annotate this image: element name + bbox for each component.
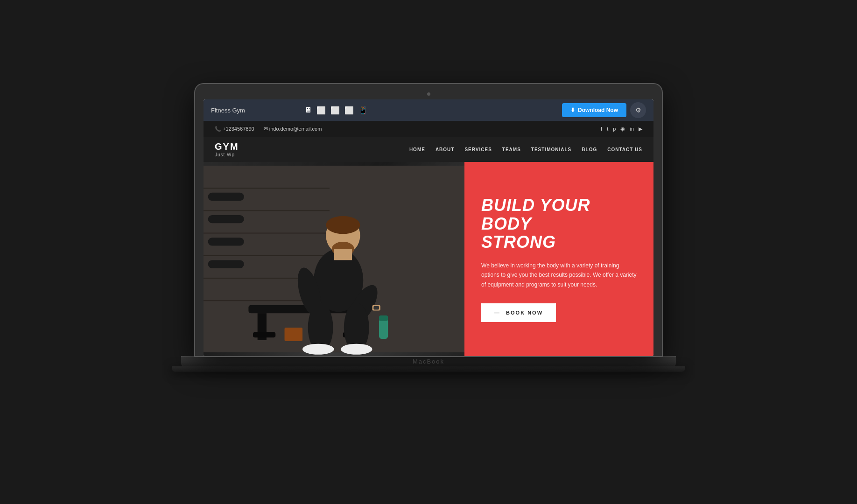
svg-rect-30 <box>379 315 388 321</box>
hero-description: We believe in working the body with a va… <box>481 261 637 289</box>
navbar: GYM Just Wp HOME ABOUT SERVICES TEAMS TE… <box>204 137 653 162</box>
scene: Fitness Gym 🖥 ⬜ ⬜ ⬜ 📱 ⬇ Download Now <box>172 84 685 420</box>
linkedin-icon[interactable]: in <box>630 126 634 132</box>
nav-home[interactable]: HOME <box>409 147 425 152</box>
nav-blog[interactable]: BLOG <box>582 147 597 152</box>
svg-rect-29 <box>379 319 388 339</box>
svg-point-20 <box>326 216 360 234</box>
email-icon: ✉ <box>264 126 269 132</box>
phone-contact: 📞 +1234567890 <box>215 126 254 132</box>
svg-rect-15 <box>253 332 275 338</box>
settings-icon[interactable]: ⚙ <box>630 102 646 118</box>
macbook-frame: Fitness Gym 🖥 ⬜ ⬜ ⬜ 📱 ⬇ Download Now <box>181 84 676 372</box>
hero-photo-bg <box>204 162 464 356</box>
svg-rect-32 <box>373 306 379 310</box>
nav-services[interactable]: SERVICES <box>464 147 492 152</box>
book-now-button[interactable]: BOOK NOW <box>481 303 556 322</box>
svg-point-28 <box>341 344 372 355</box>
nav-teams[interactable]: TEAMS <box>502 147 521 152</box>
facebook-icon[interactable]: f <box>601 126 603 132</box>
gym-illustration <box>204 162 464 356</box>
contact-info: 📞 +1234567890 ✉ indo.demo@email.com <box>215 126 322 132</box>
desktop-icon[interactable]: 🖥 <box>304 106 312 114</box>
social-icons: f t p ◉ in ▶ <box>601 126 642 132</box>
phone-icon: 📞 <box>215 126 223 132</box>
hero-content: BUILD YOUR BODY STRONG We believe in wor… <box>464 162 653 356</box>
logo-area: GYM Just Wp <box>215 141 308 157</box>
svg-rect-8 <box>208 193 244 201</box>
youtube-icon[interactable]: ▶ <box>639 126 642 132</box>
small-tablet-icon[interactable]: ⬜ <box>344 106 354 115</box>
tablet-landscape-icon[interactable]: ⬜ <box>316 106 326 115</box>
nav-about[interactable]: ABOUT <box>436 147 455 152</box>
site-name: Fitness Gym <box>211 107 295 114</box>
tablet-portrait-icon[interactable]: ⬜ <box>330 106 340 115</box>
nav-contact[interactable]: CONTACT US <box>607 147 642 152</box>
email-contact: ✉ indo.demo@email.com <box>264 126 322 132</box>
screen-bezel: Fitness Gym 🖥 ⬜ ⬜ ⬜ 📱 ⬇ Download Now <box>195 84 662 356</box>
download-icon: ⬇ <box>570 107 575 113</box>
twitter-icon[interactable]: t <box>607 126 608 132</box>
mobile-icon[interactable]: 📱 <box>358 106 368 115</box>
builder-toolbar: Fitness Gym 🖥 ⬜ ⬜ ⬜ 📱 ⬇ Download Now <box>204 99 653 121</box>
macbook-label: MacBook <box>413 358 444 365</box>
svg-rect-9 <box>208 215 244 223</box>
logo-sub: Just Wp <box>215 152 308 157</box>
macbook-foot <box>172 366 685 372</box>
svg-rect-17 <box>285 328 303 341</box>
camera-dot <box>427 92 430 96</box>
instagram-icon[interactable]: ◉ <box>620 126 625 132</box>
hero-section: BUILD YOUR BODY STRONG We believe in wor… <box>204 162 653 356</box>
hero-image <box>204 162 464 356</box>
hero-title: BUILD YOUR BODY STRONG <box>481 196 637 252</box>
pinterest-icon[interactable]: p <box>613 126 616 132</box>
device-icons: 🖥 ⬜ ⬜ ⬜ 📱 <box>295 106 562 115</box>
logo-title: GYM <box>215 141 308 152</box>
contact-bar: 📞 +1234567890 ✉ indo.demo@email.com f t <box>204 121 653 137</box>
svg-rect-11 <box>208 260 244 268</box>
nav-testimonials[interactable]: TESTIMONIALS <box>531 147 571 152</box>
website: Fitness Gym 🖥 ⬜ ⬜ ⬜ 📱 ⬇ Download Now <box>204 99 653 356</box>
macbook-base: MacBook <box>181 356 676 366</box>
svg-rect-10 <box>208 238 244 245</box>
nav-links: HOME ABOUT SERVICES TEAMS TESTIMONIALS B… <box>409 147 642 152</box>
svg-point-27 <box>302 344 334 355</box>
svg-rect-22 <box>334 249 352 260</box>
download-button[interactable]: ⬇ Download Now <box>562 103 626 117</box>
screen-inner: Fitness Gym 🖥 ⬜ ⬜ ⬜ 📱 ⬇ Download Now <box>204 99 653 356</box>
